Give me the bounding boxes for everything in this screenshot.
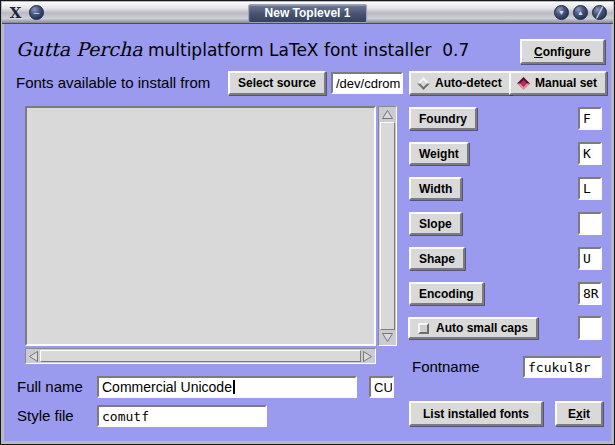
list-installed-fonts-button[interactable]: List installed fonts: [409, 401, 543, 426]
slope-button[interactable]: Slope: [409, 212, 462, 235]
fontname-label: Fontname: [412, 358, 480, 375]
titlebar[interactable]: X – New Toplevel 1 ▼ ▲ ╱: [2, 2, 613, 24]
horizontal-scroll-thumb[interactable]: [40, 350, 361, 362]
fontname-input[interactable]: fcukul8r: [523, 356, 602, 378]
foundry-input[interactable]: F: [578, 107, 602, 130]
configure-button[interactable]: Configure: [520, 39, 605, 64]
device-input[interactable]: /dev/cdrom: [331, 72, 403, 94]
auto-detect-radio[interactable]: Auto-detect: [409, 71, 512, 95]
exit-button[interactable]: Exit: [555, 401, 603, 426]
radio-indicator-icon: [417, 77, 430, 90]
version-label: 0.7: [442, 40, 469, 60]
style-file-input[interactable]: comutf: [97, 405, 267, 427]
weight-input[interactable]: K: [578, 142, 602, 165]
source-label: Fonts available to install from: [16, 74, 210, 91]
width-button[interactable]: Width: [409, 177, 462, 200]
scroll-right-icon[interactable]: [361, 350, 374, 362]
slope-input[interactable]: [578, 212, 602, 235]
width-input[interactable]: L: [578, 177, 602, 200]
window-title: New Toplevel 1: [248, 4, 368, 23]
vertical-scroll-thumb[interactable]: [380, 122, 395, 330]
window-menu-button[interactable]: –: [29, 5, 44, 20]
auto-small-caps-checkbox[interactable]: Auto small caps: [408, 317, 538, 339]
shape-input[interactable]: U: [578, 247, 602, 270]
scroll-left-icon[interactable]: [27, 350, 40, 362]
foundry-button[interactable]: Foundry: [409, 107, 477, 130]
brand-name: Gutta Percha: [16, 38, 143, 60]
horizontal-scrollbar[interactable]: [25, 348, 376, 364]
abbreviation-input[interactable]: CU: [369, 376, 394, 398]
weight-button[interactable]: Weight: [409, 142, 469, 165]
x11-logo-icon: X: [7, 4, 24, 21]
font-listbox[interactable]: [25, 106, 376, 346]
scroll-down-icon[interactable]: [380, 331, 395, 344]
page-title: Gutta Percha multiplatform LaTeX font in…: [16, 38, 469, 60]
radio-indicator-selected-icon: [517, 77, 530, 90]
text-cursor: [233, 380, 235, 394]
encoding-input[interactable]: 8R: [578, 282, 602, 305]
window: X – New Toplevel 1 ▼ ▲ ╱ Gutta Percha mu…: [0, 0, 615, 445]
vertical-scrollbar[interactable]: [378, 106, 397, 346]
small-caps-input[interactable]: [578, 316, 602, 340]
scroll-up-icon[interactable]: [380, 108, 395, 121]
shade-button[interactable]: ▼: [554, 5, 569, 20]
checkbox-indicator-icon: [418, 323, 429, 334]
close-button[interactable]: ╱: [592, 5, 607, 20]
select-source-button[interactable]: Select source: [228, 71, 326, 95]
shape-button[interactable]: Shape: [409, 247, 465, 270]
encoding-button[interactable]: Encoding: [409, 282, 484, 305]
full-name-input[interactable]: Commercial Unicode: [97, 376, 357, 398]
unshade-button[interactable]: ▲: [573, 5, 588, 20]
manual-set-radio[interactable]: Manual set: [509, 71, 607, 95]
full-name-label: Full name: [17, 378, 83, 395]
page-title-text: multiplatform LaTeX font installer: [148, 40, 432, 60]
style-file-label: Style file: [17, 407, 74, 424]
